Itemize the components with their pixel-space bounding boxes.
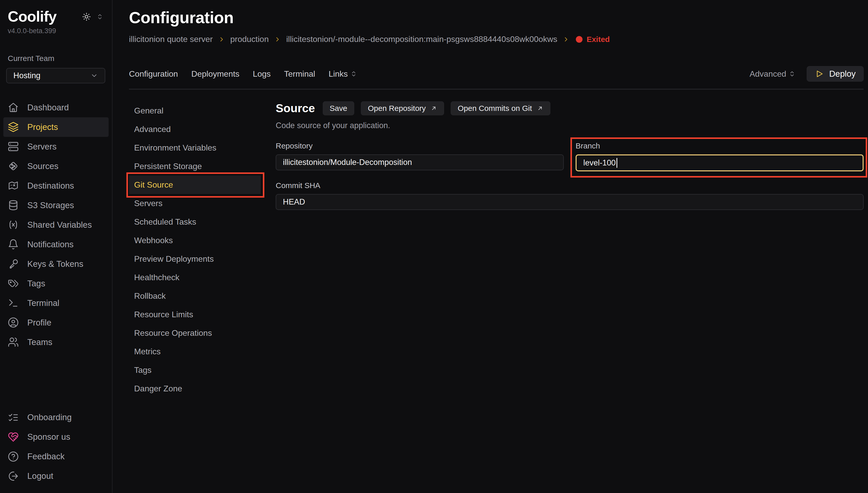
subnav-item-rollback[interactable]: Rollback — [129, 287, 261, 305]
subnav-item-general[interactable]: General — [129, 101, 261, 120]
commit-sha-field: Commit SHA — [276, 181, 864, 210]
breadcrumb-project[interactable]: illicitonion quote server — [129, 35, 213, 44]
advanced-menu[interactable]: Advanced — [749, 69, 796, 79]
heart-handshake-icon — [8, 431, 19, 443]
team-select-value: Hosting — [14, 71, 40, 80]
save-button[interactable]: Save — [323, 101, 354, 115]
sidebar-item-label: Dashboard — [27, 103, 69, 112]
git-source-icon — [8, 160, 19, 172]
key-icon — [8, 258, 19, 270]
subnav-item-resource-limits[interactable]: Resource Limits — [129, 305, 261, 324]
commit-sha-input[interactable] — [276, 194, 864, 210]
bell-icon — [8, 239, 19, 250]
layers-icon — [8, 122, 19, 132]
breadcrumb-environment[interactable]: production — [230, 35, 269, 44]
app-logo: Coolify — [8, 9, 57, 24]
configuration-subnav: General Advanced Environment Variables P… — [129, 101, 261, 398]
page-title: Configuration — [129, 8, 864, 27]
sidebar-item-destinations[interactable]: Destinations — [3, 176, 109, 196]
sidebar-item-label: Feedback — [27, 452, 65, 462]
source-heading: Source — [276, 102, 315, 115]
text-cursor — [616, 158, 617, 168]
sidebar-footer: Onboarding Sponsor us Feedback Logout — [0, 408, 112, 488]
sidebar-item-label: Sponsor us — [27, 432, 70, 442]
sidebar-item-profile[interactable]: Profile — [3, 313, 109, 333]
advanced-label: Advanced — [749, 69, 786, 79]
sidebar-item-onboarding[interactable]: Onboarding — [3, 408, 109, 427]
subnav-item-persistent-storage[interactable]: Persistent Storage — [129, 157, 261, 175]
subnav-item-healthcheck[interactable]: Healthcheck — [129, 268, 261, 287]
source-header: Source Save Open Repository Open Commits… — [276, 101, 864, 115]
chevrons-up-down-icon — [789, 70, 796, 77]
chevrons-up-down-icon — [350, 70, 357, 77]
subnav-item-webhooks[interactable]: Webhooks — [129, 231, 261, 250]
sun-icon[interactable] — [82, 12, 91, 21]
subnav-item-git-source[interactable]: Git Source — [129, 175, 261, 194]
app-version: v4.0.0-beta.399 — [0, 27, 112, 35]
repository-input[interactable] — [276, 154, 564, 170]
sidebar-item-label: Onboarding — [27, 412, 71, 422]
subnav-item-advanced[interactable]: Advanced — [129, 120, 261, 138]
team-select[interactable]: Hosting — [6, 68, 105, 83]
subnav-item-scheduled-tasks[interactable]: Scheduled Tasks — [129, 213, 261, 231]
sidebar-item-shared-variables[interactable]: Shared Variables — [3, 215, 109, 235]
sidebar-item-label: Terminal — [27, 298, 60, 308]
chevron-right-icon — [563, 36, 570, 43]
subnav-item-danger-zone[interactable]: Danger Zone — [129, 379, 261, 398]
subnav-item-environment-variables[interactable]: Environment Variables — [129, 138, 261, 157]
sidebar-item-sponsor-us[interactable]: Sponsor us — [3, 427, 109, 447]
tab-terminal[interactable]: Terminal — [284, 69, 315, 79]
subnav-item-label: Git Source — [134, 180, 173, 190]
chevron-right-icon — [274, 36, 281, 43]
database-icon — [8, 200, 19, 211]
sidebar-item-logout[interactable]: Logout — [3, 466, 109, 486]
list-checks-icon — [8, 412, 19, 423]
sidebar-item-s3-storages[interactable]: S3 Storages — [3, 196, 109, 215]
tabs: Configuration Deployments Logs Terminal … — [129, 69, 357, 79]
open-repository-button[interactable]: Open Repository — [361, 101, 444, 115]
breadcrumb: illicitonion quote server production ill… — [129, 35, 864, 44]
sidebar-item-feedback[interactable]: Feedback — [3, 447, 109, 466]
sidebar-item-projects[interactable]: Projects — [3, 117, 109, 137]
sidebar-item-teams[interactable]: Teams — [3, 333, 109, 352]
variable-icon — [8, 219, 19, 230]
play-icon — [815, 69, 824, 79]
tab-links[interactable]: Links — [329, 69, 357, 79]
subnav-item-resource-operations[interactable]: Resource Operations — [129, 324, 261, 342]
sidebar-item-label: Shared Variables — [27, 220, 92, 230]
logo-row: Coolify — [0, 9, 112, 24]
arrow-up-right-icon — [537, 105, 544, 112]
tab-links-label: Links — [329, 69, 348, 79]
sidebar-item-label: Logout — [27, 471, 53, 481]
logout-icon — [8, 471, 19, 482]
tab-configuration[interactable]: Configuration — [129, 69, 178, 79]
subnav-item-servers[interactable]: Servers — [129, 194, 261, 213]
branch-value: level-100 — [583, 158, 616, 168]
tab-deployments[interactable]: Deployments — [191, 69, 239, 79]
tab-logs[interactable]: Logs — [253, 69, 271, 79]
deploy-button[interactable]: Deploy — [807, 66, 864, 82]
users-icon — [8, 337, 19, 348]
help-circle-icon — [8, 451, 19, 462]
subnav-item-preview-deployments[interactable]: Preview Deployments — [129, 250, 261, 268]
sidebar-item-label: Teams — [27, 337, 52, 347]
open-commits-button[interactable]: Open Commits on Git — [451, 101, 550, 115]
chevrons-up-down-icon[interactable] — [97, 14, 103, 20]
status-badge: Exited — [576, 35, 610, 44]
sidebar-item-terminal[interactable]: Terminal — [3, 293, 109, 313]
sidebar-item-dashboard[interactable]: Dashboard — [3, 98, 109, 117]
branch-input[interactable]: level-100 — [576, 154, 864, 171]
sidebar-item-notifications[interactable]: Notifications — [3, 235, 109, 254]
tabs-row: Configuration Deployments Logs Terminal … — [129, 66, 864, 82]
chevron-down-icon — [90, 72, 98, 80]
sidebar-item-label: S3 Storages — [27, 200, 74, 210]
deploy-label: Deploy — [829, 69, 856, 79]
subnav-item-tags[interactable]: Tags — [129, 361, 261, 379]
sidebar-item-keys-tokens[interactable]: Keys & Tokens — [3, 254, 109, 274]
configuration-content: General Advanced Environment Variables P… — [129, 101, 864, 398]
sidebar-item-sources[interactable]: Sources — [3, 156, 109, 176]
sidebar-item-servers[interactable]: Servers — [3, 137, 109, 156]
sidebar-item-tags[interactable]: Tags — [3, 274, 109, 293]
subnav-item-metrics[interactable]: Metrics — [129, 342, 261, 361]
breadcrumb-application[interactable]: illicitestonion/-module--decomposition:m… — [286, 35, 557, 44]
